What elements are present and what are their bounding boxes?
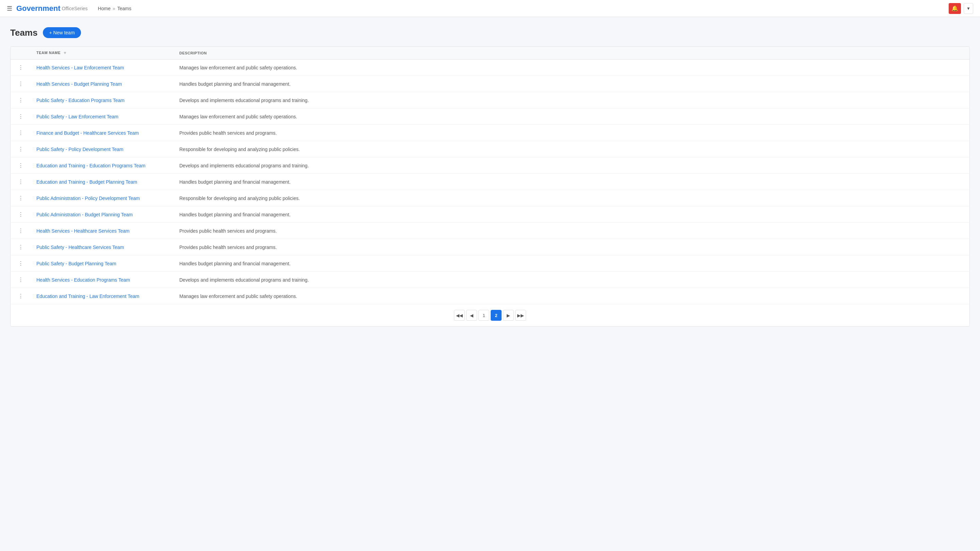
table-row: ⋮ Health Services - Education Programs T… [11, 272, 969, 288]
table-row: ⋮ Public Safety - Education Programs Tea… [11, 92, 969, 108]
table-body: ⋮ Health Services - Law Enforcement Team… [11, 60, 969, 305]
row-menu-icon-7[interactable]: ⋮ [18, 179, 24, 185]
row-menu-icon-8[interactable]: ⋮ [18, 195, 24, 201]
row-desc-text-14: Manages law enforcement and public safet… [179, 294, 297, 299]
row-desc-text-5: Responsible for developing and analyzing… [179, 147, 300, 152]
row-actions-14: ⋮ [11, 288, 31, 305]
row-name-12: Public Safety - Budget Planning Team [31, 256, 174, 272]
row-desc-14: Manages law enforcement and public safet… [174, 288, 969, 305]
team-link-9[interactable]: Public Administration - Budget Planning … [37, 212, 133, 218]
row-menu-icon-9[interactable]: ⋮ [18, 211, 24, 218]
team-link-12[interactable]: Public Safety - Budget Planning Team [37, 261, 116, 266]
row-name-10: Health Services - Healthcare Services Te… [31, 223, 174, 239]
col-name-header: TEAM NAME ▿ [31, 47, 174, 60]
row-desc-9: Handles budget planning and financial ma… [174, 206, 969, 223]
table-row: ⋮ Education and Training - Law Enforceme… [11, 288, 969, 305]
row-desc-0: Manages law enforcement and public safet… [174, 60, 969, 76]
row-menu-icon-5[interactable]: ⋮ [18, 146, 24, 152]
team-link-14[interactable]: Education and Training - Law Enforcement… [37, 294, 139, 299]
row-name-4: Finance and Budget - Healthcare Services… [31, 125, 174, 141]
row-name-8: Public Administration - Policy Developme… [31, 190, 174, 206]
row-name-11: Public Safety - Healthcare Services Team [31, 239, 174, 256]
teams-table-container: TEAM NAME ▿ DESCRIPTION ⋮ Health Service… [10, 46, 970, 327]
row-menu-icon-0[interactable]: ⋮ [18, 65, 24, 70]
team-link-11[interactable]: Public Safety - Healthcare Services Team [37, 245, 124, 250]
row-actions-4: ⋮ [11, 125, 31, 141]
team-link-8[interactable]: Public Administration - Policy Developme… [37, 195, 140, 201]
breadcrumb-home[interactable]: Home [98, 6, 111, 11]
row-actions-9: ⋮ [11, 206, 31, 223]
col-actions-header [11, 47, 31, 60]
teams-table: TEAM NAME ▿ DESCRIPTION ⋮ Health Service… [11, 47, 969, 304]
row-menu-icon-4[interactable]: ⋮ [18, 130, 24, 136]
row-menu-icon-14[interactable]: ⋮ [18, 293, 24, 299]
row-menu-icon-1[interactable]: ⋮ [18, 81, 24, 87]
page-content: Teams + New team TEAM NAME ▿ DESCRIPTION… [0, 17, 980, 337]
row-menu-icon-13[interactable]: ⋮ [18, 277, 24, 283]
team-link-6[interactable]: Education and Training - Education Progr… [37, 163, 145, 168]
row-actions-6: ⋮ [11, 157, 31, 174]
row-name-2: Public Safety - Education Programs Team [31, 92, 174, 108]
header: ☰ Government OfficeSeries Home » Teams 🔔… [0, 0, 980, 17]
table-header: TEAM NAME ▿ DESCRIPTION [11, 47, 969, 60]
row-name-6: Education and Training - Education Progr… [31, 157, 174, 174]
row-name-13: Health Services - Education Programs Tea… [31, 272, 174, 288]
row-desc-text-2: Develops and implements educational prog… [179, 98, 309, 103]
row-desc-text-1: Handles budget planning and financial ma… [179, 81, 291, 87]
row-desc-13: Develops and implements educational prog… [174, 272, 969, 288]
row-actions-7: ⋮ [11, 174, 31, 190]
team-link-3[interactable]: Public Safety - Law Enforcement Team [37, 114, 118, 119]
page-first-button[interactable]: ◀◀ [454, 310, 465, 321]
table-row: ⋮ Public Administration - Policy Develop… [11, 190, 969, 206]
table-row: ⋮ Public Safety - Law Enforcement Team M… [11, 108, 969, 125]
row-desc-12: Handles budget planning and financial ma… [174, 256, 969, 272]
new-team-button[interactable]: + New team [43, 27, 81, 38]
team-link-1[interactable]: Health Services - Budget Planning Team [37, 81, 122, 87]
row-desc-10: Provides public health services and prog… [174, 223, 969, 239]
row-desc-text-7: Handles budget planning and financial ma… [179, 179, 291, 185]
user-dropdown-button[interactable]: ▼ [964, 3, 973, 14]
page-1-button[interactable]: 1 [479, 310, 489, 321]
page-2-button[interactable]: 2 [491, 310, 501, 321]
notifications-button[interactable]: 🔔 [949, 3, 961, 14]
row-menu-icon-12[interactable]: ⋮ [18, 260, 24, 266]
hamburger-icon[interactable]: ☰ [7, 5, 12, 12]
team-link-7[interactable]: Education and Training - Budget Planning… [37, 179, 137, 185]
row-name-0: Health Services - Law Enforcement Team [31, 60, 174, 76]
row-menu-icon-10[interactable]: ⋮ [18, 228, 24, 233]
row-actions-8: ⋮ [11, 190, 31, 206]
row-desc-text-0: Manages law enforcement and public safet… [179, 65, 297, 70]
team-link-10[interactable]: Health Services - Healthcare Services Te… [37, 228, 130, 233]
row-desc-5: Responsible for developing and analyzing… [174, 141, 969, 157]
row-name-9: Public Administration - Budget Planning … [31, 206, 174, 223]
row-desc-4: Provides public health services and prog… [174, 125, 969, 141]
team-link-0[interactable]: Health Services - Law Enforcement Team [37, 65, 124, 70]
team-link-5[interactable]: Public Safety - Policy Development Team [37, 147, 124, 152]
row-menu-icon-6[interactable]: ⋮ [18, 163, 24, 168]
row-name-5: Public Safety - Policy Development Team [31, 141, 174, 157]
page-next-button[interactable]: ▶ [503, 310, 514, 321]
row-desc-2: Develops and implements educational prog… [174, 92, 969, 108]
page-prev-button[interactable]: ◀ [466, 310, 477, 321]
table-row: ⋮ Health Services - Budget Planning Team… [11, 76, 969, 92]
row-desc-text-10: Provides public health services and prog… [179, 228, 277, 233]
row-desc-text-3: Manages law enforcement and public safet… [179, 114, 297, 119]
brand-sub: OfficeSeries [62, 6, 88, 11]
row-menu-icon-3[interactable]: ⋮ [18, 114, 24, 119]
row-actions-2: ⋮ [11, 92, 31, 108]
row-menu-icon-2[interactable]: ⋮ [18, 97, 24, 103]
table-row: ⋮ Education and Training - Education Pro… [11, 157, 969, 174]
filter-icon[interactable]: ▿ [64, 51, 66, 55]
table-row: ⋮ Health Services - Healthcare Services … [11, 223, 969, 239]
row-menu-icon-11[interactable]: ⋮ [18, 244, 24, 250]
table-row: ⋮ Public Administration - Budget Plannin… [11, 206, 969, 223]
team-link-4[interactable]: Finance and Budget - Healthcare Services… [37, 130, 139, 136]
row-desc-text-11: Provides public health services and prog… [179, 245, 277, 250]
table-row: ⋮ Health Services - Law Enforcement Team… [11, 60, 969, 76]
row-name-7: Education and Training - Budget Planning… [31, 174, 174, 190]
team-link-2[interactable]: Public Safety - Education Programs Team [37, 98, 124, 103]
row-name-1: Health Services - Budget Planning Team [31, 76, 174, 92]
team-link-13[interactable]: Health Services - Education Programs Tea… [37, 277, 130, 283]
breadcrumb-separator: » [113, 6, 115, 11]
page-last-button[interactable]: ▶▶ [515, 310, 526, 321]
